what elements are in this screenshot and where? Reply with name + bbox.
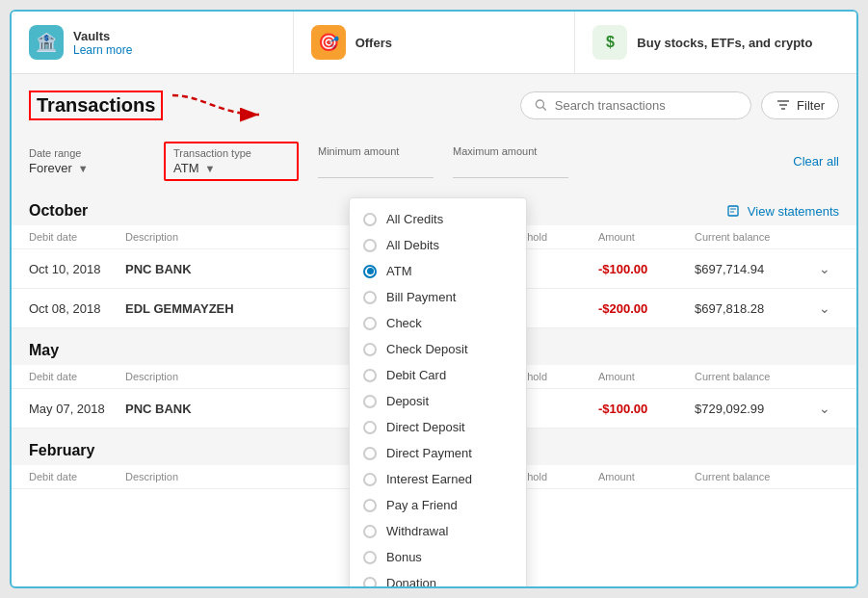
table-header-cell-0: Debit date xyxy=(29,231,125,243)
transaction-type-label: Transaction type xyxy=(173,147,289,159)
table-cell-0: May 07, 2018 xyxy=(29,402,125,416)
radio-circle xyxy=(363,317,377,330)
filter-button[interactable]: Filter xyxy=(761,91,839,119)
date-range-group: Date range Forever ▼ xyxy=(29,147,145,175)
row-expand-button[interactable]: ⌄ xyxy=(810,401,839,416)
radio-circle xyxy=(363,395,377,408)
transaction-type-dropdown: All CreditsAll DebitsATMBill PaymentChec… xyxy=(349,197,527,588)
min-amount-group: Minimum amount xyxy=(318,145,434,178)
view-statements-button[interactable]: View statements xyxy=(726,204,839,219)
svg-rect-6 xyxy=(728,206,738,216)
row-expand-button[interactable]: ⌄ xyxy=(810,300,839,316)
dropdown-item[interactable]: Interest Earned xyxy=(350,466,526,492)
dropdown-item[interactable]: Bill Payment xyxy=(350,284,526,310)
date-range-value: Forever xyxy=(29,161,72,175)
clear-all-button[interactable]: Clear all xyxy=(793,154,839,169)
filter-label: Filter xyxy=(797,98,825,113)
radio-circle xyxy=(363,499,377,512)
dropdown-item-label: Direct Payment xyxy=(386,446,472,460)
dashed-arrow-svg xyxy=(163,86,278,124)
radio-circle xyxy=(363,473,377,486)
dropdown-item-label: ATM xyxy=(386,264,411,278)
vaults-card[interactable]: 🏦 Vaults Learn more xyxy=(12,12,294,73)
stocks-icon: $ xyxy=(592,25,627,60)
dropdown-item[interactable]: Withdrawal xyxy=(350,518,526,544)
filter-row: Date range Forever ▼ Transaction type AT… xyxy=(12,134,856,189)
radio-circle xyxy=(363,421,377,434)
max-amount-group: Maximum amount xyxy=(453,145,568,178)
dropdown-item-label: Direct Deposit xyxy=(386,420,465,434)
title-area: Transactions xyxy=(29,86,278,124)
dropdown-item[interactable]: ATM xyxy=(350,258,526,284)
transaction-type-group: Transaction type ATM ▼ All CreditsAll De… xyxy=(164,142,299,181)
table-header-cell-4: Amount xyxy=(598,231,695,243)
transactions-header: Transactions xyxy=(12,74,856,134)
dropdown-item-label: Withdrawal xyxy=(386,524,448,538)
dropdown-item[interactable]: Deposit xyxy=(350,388,526,414)
transaction-type-select[interactable]: ATM ▼ xyxy=(173,161,289,175)
dropdown-item-label: Bonus xyxy=(386,550,422,564)
dropdown-item[interactable]: Check xyxy=(350,310,526,336)
stocks-text: Buy stocks, ETFs, and crypto xyxy=(637,36,812,50)
svg-line-2 xyxy=(543,107,546,110)
table-cell-5: $729,092.99 xyxy=(695,402,810,416)
dropdown-item-label: All Credits xyxy=(386,212,443,226)
stocks-card[interactable]: $ Buy stocks, ETFs, and crypto xyxy=(575,12,856,73)
radio-circle xyxy=(363,525,377,538)
table-header-cell-6 xyxy=(810,371,839,382)
table-cell-5: $697,818.28 xyxy=(695,301,810,316)
transaction-type-chevron: ▼ xyxy=(204,163,215,174)
statements-icon xyxy=(726,204,742,218)
offers-card[interactable]: 🎯 Offers xyxy=(294,12,576,73)
dropdown-item-label: Pay a Friend xyxy=(386,498,458,512)
table-header-cell-5: Current balance xyxy=(695,371,810,382)
row-expand-button[interactable]: ⌄ xyxy=(810,261,839,276)
dropdown-item[interactable]: Direct Payment xyxy=(350,440,526,466)
radio-circle xyxy=(363,577,377,589)
dropdown-item[interactable]: Pay a Friend xyxy=(350,492,526,518)
dropdown-item[interactable]: All Credits xyxy=(350,206,526,232)
dropdown-item[interactable]: Debit Card xyxy=(350,362,526,388)
table-header-cell-5: Current balance xyxy=(695,471,810,482)
date-range-chevron: ▼ xyxy=(78,163,89,174)
max-amount-input[interactable] xyxy=(453,159,568,178)
radio-circle xyxy=(363,369,377,382)
search-icon xyxy=(535,98,547,112)
radio-circle xyxy=(363,265,377,278)
table-cell-4: -$100.00 xyxy=(598,262,695,276)
search-input[interactable] xyxy=(555,98,737,113)
page-title: Transactions xyxy=(29,91,163,120)
dropdown-item[interactable]: All Debits xyxy=(350,232,526,258)
vaults-link[interactable]: Learn more xyxy=(73,43,132,57)
radio-circle xyxy=(363,291,377,304)
search-box[interactable] xyxy=(520,91,751,119)
vaults-title: Vaults xyxy=(73,29,132,43)
date-range-select[interactable]: Forever ▼ xyxy=(29,161,145,175)
radio-circle xyxy=(363,447,377,460)
table-cell-0: Oct 10, 2018 xyxy=(29,262,125,276)
dropdown-item[interactable]: Donation xyxy=(350,570,526,588)
dropdown-item-label: Check Deposit xyxy=(386,342,468,356)
dropdown-item-label: Bill Payment xyxy=(386,290,456,304)
transaction-type-value: ATM xyxy=(173,161,198,175)
offers-icon: 🎯 xyxy=(311,25,346,60)
stocks-title: Buy stocks, ETFs, and crypto xyxy=(637,36,812,50)
date-range-label: Date range xyxy=(29,147,145,159)
search-filter-row: Filter xyxy=(520,91,839,119)
vaults-text: Vaults Learn more xyxy=(73,29,132,57)
dropdown-item[interactable]: Direct Deposit xyxy=(350,414,526,440)
offers-text: Offers xyxy=(355,36,392,50)
min-amount-input[interactable] xyxy=(318,159,434,178)
max-amount-label: Maximum amount xyxy=(453,145,568,157)
dropdown-item-label: Debit Card xyxy=(386,368,446,382)
dropdown-item-label: Deposit xyxy=(386,394,429,408)
top-cards-row: 🏦 Vaults Learn more 🎯 Offers $ Buy stock… xyxy=(12,12,856,74)
dropdown-item[interactable]: Bonus xyxy=(350,544,526,570)
table-header-cell-5: Current balance xyxy=(695,231,810,243)
dropdown-item[interactable]: Check Deposit xyxy=(350,336,526,362)
table-header-cell-0: Debit date xyxy=(29,471,125,482)
table-cell-4: -$100.00 xyxy=(598,402,695,416)
main-container: 🏦 Vaults Learn more 🎯 Offers $ Buy stock… xyxy=(10,10,858,588)
section-month: May xyxy=(29,342,59,359)
table-header-cell-6 xyxy=(810,471,839,482)
